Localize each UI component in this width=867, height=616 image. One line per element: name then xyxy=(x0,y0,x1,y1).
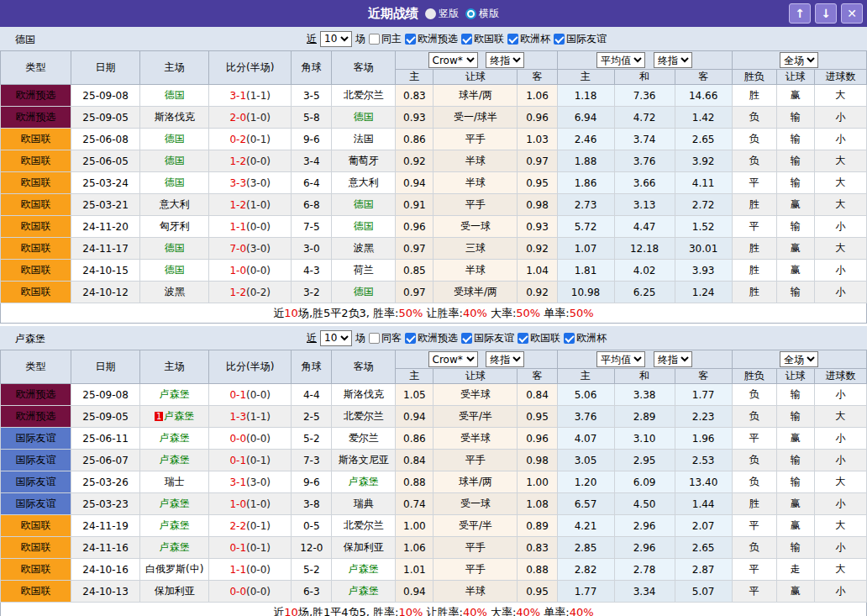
result-wdl-cell: 胜 xyxy=(732,194,776,216)
avg-final-odds-select[interactable]: 终指 xyxy=(654,351,692,367)
handicap-odds-header: Crow* 终指 xyxy=(396,350,557,369)
home-team-name: 卢森堡 xyxy=(160,541,190,553)
same-venue-checkbox[interactable] xyxy=(369,34,380,45)
avg-home-odds-cell: 2.73 xyxy=(557,194,614,216)
move-up-button[interactable]: ↑ xyxy=(789,3,811,24)
same-venue-option[interactable]: 同客 xyxy=(369,331,402,345)
vertical-layout-option[interactable]: 竖版 xyxy=(425,7,459,21)
league-filter-option[interactable]: 欧国联 xyxy=(518,331,560,345)
score-cell: 2-0(1-0) xyxy=(209,107,292,129)
same-venue-checkbox[interactable] xyxy=(369,333,380,344)
score-cell: 1-3(1-1) xyxy=(209,406,292,428)
league-cell: 欧国联 xyxy=(1,559,71,581)
result-wdl-cell: 胜 xyxy=(732,282,776,303)
league-filter-option[interactable]: 国际友谊 xyxy=(461,331,514,345)
avg-home-odds-cell: 3.76 xyxy=(557,406,614,428)
vertical-radio[interactable] xyxy=(425,8,436,19)
close-button[interactable]: ✕ xyxy=(841,3,863,24)
fulltime-score: 0-1 xyxy=(229,542,246,554)
avg-home-odds-cell: 2.82 xyxy=(557,559,614,581)
subcol-avg-home: 主 xyxy=(557,369,614,384)
final-odds-select[interactable]: 终指 xyxy=(486,52,524,68)
away-team-name: 意大利 xyxy=(349,176,379,188)
table-row: 欧国联25-06-08德国0-2(0-1)9-6法国0.86平手1.032.46… xyxy=(1,129,867,150)
average-select[interactable]: 平均值 xyxy=(596,351,645,367)
avg-home-odds-cell: 5.06 xyxy=(557,384,614,406)
handicap-away-odds-cell: 0.95 xyxy=(518,172,557,194)
match-count-select[interactable]: 10 xyxy=(320,31,352,47)
league-filter-option[interactable]: 欧洲预选 xyxy=(405,32,458,46)
away-team-cell: 斯洛伐克 xyxy=(332,384,396,406)
match-count-select[interactable]: 10 xyxy=(320,330,352,346)
home-team-cell: 匈牙利 xyxy=(140,216,209,238)
result-handicap-cell: 输 xyxy=(776,537,814,559)
bookmaker-select[interactable]: Crow* xyxy=(428,351,478,367)
final-odds-select[interactable]: 终指 xyxy=(486,351,524,367)
title-group: 近期战绩 竖版 横版 xyxy=(368,0,499,27)
league-checkbox[interactable] xyxy=(507,34,518,45)
score-cell: 1-2(1-0) xyxy=(209,194,292,216)
league-cell: 国际友谊 xyxy=(1,493,71,515)
avg-away-odds-cell: 3.92 xyxy=(675,150,732,172)
handicap-home-odds-cell: 0.91 xyxy=(396,194,434,216)
home-team-name: 卢森堡 xyxy=(160,454,190,466)
league-filter-option[interactable]: 欧洲预选 xyxy=(405,331,458,345)
league-checkbox[interactable] xyxy=(461,333,472,344)
avg-away-odds-cell: 14.66 xyxy=(675,85,732,107)
avg-away-odds-cell: 2.23 xyxy=(675,406,732,428)
corner-cell: 6-4 xyxy=(292,172,332,194)
away-team-name: 德国 xyxy=(354,286,374,297)
subcol-handicap-home: 主 xyxy=(396,70,434,85)
date-cell: 25-09-08 xyxy=(71,85,140,107)
away-team-cell: 德国 xyxy=(332,282,396,303)
average-select[interactable]: 平均值 xyxy=(596,52,645,68)
date-cell: 25-03-26 xyxy=(71,471,140,493)
result-wdl-cell: 平 xyxy=(732,559,776,581)
fulltime-select[interactable]: 全场 xyxy=(780,351,818,367)
handicap-line-cell: 受一球 xyxy=(434,216,518,238)
league-checkbox[interactable] xyxy=(564,333,575,344)
fulltime-select[interactable]: 全场 xyxy=(780,52,818,68)
subcol-avg-draw: 和 xyxy=(614,70,675,85)
score-cell: 0-1(0-0) xyxy=(209,384,292,406)
date-cell: 24-10-13 xyxy=(71,581,140,603)
games-label: 场 xyxy=(355,32,365,46)
league-cell: 欧国联 xyxy=(1,129,71,150)
league-filter-option[interactable]: 国际友谊 xyxy=(554,32,607,46)
summary-row: 近10场,胜5平2负3, 胜率:50% 让胜率:40% 大率:50% 单率:50… xyxy=(1,303,867,324)
league-checkbox[interactable] xyxy=(405,333,416,344)
date-cell: 25-09-05 xyxy=(71,406,140,428)
league-checkbox[interactable] xyxy=(405,34,416,45)
handicap-line-cell: 球半/两 xyxy=(434,85,518,107)
league-cell: 欧国联 xyxy=(1,172,71,194)
result-handicap-cell: 输 xyxy=(776,450,814,471)
fulltime-score: 2-2 xyxy=(229,520,246,532)
fulltime-score: 3-1 xyxy=(229,476,246,488)
horizontal-layout-option[interactable]: 横版 xyxy=(465,7,499,21)
col-header-home: 主场 xyxy=(140,350,209,384)
subcol-handicap-away: 客 xyxy=(518,70,557,85)
home-team-name: 匈牙利 xyxy=(160,220,190,232)
horizontal-radio[interactable] xyxy=(465,8,476,19)
corner-cell: 6-8 xyxy=(292,194,332,216)
league-filter-option[interactable]: 欧洲杯 xyxy=(507,32,550,46)
subcol-avg-draw: 和 xyxy=(614,369,675,384)
league-checkbox[interactable] xyxy=(554,34,565,45)
avg-final-odds-select[interactable]: 终指 xyxy=(654,52,692,68)
league-filter-option[interactable]: 欧国联 xyxy=(461,32,504,46)
corner-cell: 3-0 xyxy=(292,238,332,260)
avg-draw-odds-cell: 4.50 xyxy=(614,493,675,515)
league-filter-option[interactable]: 欧洲杯 xyxy=(564,331,607,345)
table-row: 国际友谊25-03-26瑞士3-1(3-0)9-6卢森堡0.88球半/两1.00… xyxy=(1,471,867,493)
filter-row: 卢森堡 近 10 场 同客 欧洲预选 国际友谊 xyxy=(0,326,867,350)
league-checkbox[interactable] xyxy=(461,34,472,45)
halftime-score: (3-0) xyxy=(246,177,271,189)
home-team-name: 意大利 xyxy=(160,198,190,210)
league-checkbox[interactable] xyxy=(518,333,528,344)
fulltime-score: 1-0 xyxy=(229,265,246,276)
same-venue-option[interactable]: 同主 xyxy=(369,32,402,46)
move-down-button[interactable]: ↓ xyxy=(815,3,837,24)
bookmaker-select[interactable]: Crow* xyxy=(428,52,478,68)
result-wdl-cell: 负 xyxy=(732,107,776,129)
date-cell: 24-11-16 xyxy=(71,537,140,559)
